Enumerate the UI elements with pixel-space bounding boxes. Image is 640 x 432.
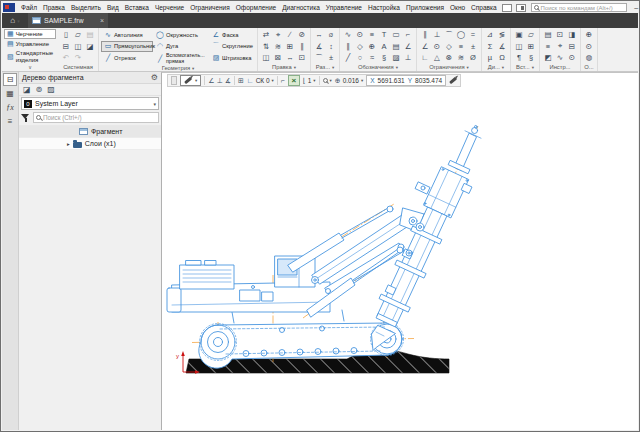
menu-item[interactable]: Вставка bbox=[122, 4, 152, 11]
toolbar-icon[interactable]: ⊙ bbox=[354, 29, 366, 41]
toolbar-icon[interactable]: ≈ bbox=[366, 52, 378, 64]
brush-icon[interactable]: ◪ bbox=[23, 85, 31, 94]
toolbar-icon[interactable]: ◯ bbox=[455, 29, 467, 41]
toolbar-icon[interactable]: ⊥ bbox=[402, 52, 414, 64]
toolbar-icon[interactable]: ▣ bbox=[513, 29, 525, 41]
toolbar-icon[interactable]: ◇ bbox=[443, 41, 455, 53]
fillet-button[interactable]: ⌒Скругление bbox=[209, 41, 255, 53]
toolbar-icon[interactable]: µ bbox=[484, 52, 496, 64]
toolbar-icon[interactable]: ∟ bbox=[419, 52, 431, 64]
toolbar-icon[interactable]: ⊗ bbox=[443, 52, 455, 64]
toolbar-icon[interactable]: ∥ bbox=[419, 29, 431, 41]
toolbar-icon[interactable]: ⊙ bbox=[583, 41, 595, 53]
toolbar-icon[interactable]: ↔ bbox=[313, 29, 325, 41]
segment-button[interactable]: ╱Отрезок bbox=[101, 52, 153, 64]
toolbar-icon[interactable]: ≡ bbox=[366, 29, 378, 41]
minimize-button[interactable]: – bbox=[630, 4, 640, 11]
toolbar-icon[interactable]: ▯ bbox=[60, 29, 72, 41]
toolbar-icon[interactable]: ⊿ bbox=[484, 29, 496, 41]
toolbar-icon[interactable]: ∥ bbox=[342, 41, 354, 53]
tab-upravlenie[interactable]: ▤Управление bbox=[4, 39, 56, 49]
menu-item[interactable]: Справка bbox=[468, 4, 500, 11]
menu-item[interactable]: Выделить bbox=[68, 4, 104, 11]
menu-item[interactable]: Настройка bbox=[365, 4, 403, 11]
eyedropper-icon[interactable] bbox=[449, 77, 457, 84]
filter-icon[interactable] bbox=[21, 113, 30, 122]
toolbar-icon[interactable]: ↷ bbox=[72, 52, 84, 64]
toolbar-icon[interactable]: ≶ bbox=[496, 29, 508, 41]
toolbar-icon[interactable]: ⊞ bbox=[525, 41, 537, 53]
toolbar-icon[interactable]: ⊡ bbox=[554, 29, 566, 41]
rectangle-button[interactable]: ▭Прямоугольник bbox=[101, 41, 153, 53]
toolbar-icon[interactable]: Ø bbox=[467, 52, 479, 64]
toolbar-icon[interactable]: ⇄ bbox=[260, 29, 272, 41]
style-pencil-button[interactable]: ▾ bbox=[180, 75, 201, 86]
circle-button[interactable]: ◯Окружность bbox=[153, 29, 209, 41]
toolbar-icon[interactable]: ⊞ bbox=[284, 41, 296, 53]
snap-icon[interactable]: ⊥ bbox=[217, 77, 223, 85]
corner-icon[interactable]: ⌐ bbox=[281, 77, 285, 84]
toolbar-icon[interactable]: ◇ bbox=[354, 41, 366, 53]
toolbar-icon[interactable]: ◪ bbox=[84, 41, 96, 53]
menu-item[interactable]: Окно bbox=[447, 4, 468, 11]
tab-close-icon[interactable]: × bbox=[100, 17, 104, 24]
chevron-down-icon[interactable]: ▾ bbox=[396, 65, 398, 70]
toolbar-icon[interactable]: ⌐ bbox=[402, 29, 414, 41]
toolbar-icon[interactable]: △ bbox=[431, 52, 443, 64]
toolbar-icon[interactable]: ▭ bbox=[390, 29, 402, 41]
zoom-scale-select[interactable]: ⊕ 0.016 ▾ bbox=[335, 77, 363, 85]
chevron-down-icon[interactable]: ▾ bbox=[294, 65, 296, 70]
toolbar-icon[interactable]: ∕ bbox=[284, 29, 296, 41]
toolbar-icon[interactable]: ⊙ bbox=[431, 41, 443, 53]
cursor-coordinates-field[interactable]: X 5691.631 Y 8035.474 bbox=[366, 75, 446, 86]
chevron-down-icon[interactable]: ▾ bbox=[467, 65, 469, 70]
drawing-canvas[interactable]: y bbox=[162, 81, 640, 432]
toolbar-icon[interactable]: ◫ bbox=[513, 41, 525, 53]
toolbar-icon[interactable]: ∿ bbox=[554, 52, 566, 64]
app-logo-icon[interactable] bbox=[3, 3, 15, 12]
toolbar-icon[interactable]: ◫ bbox=[260, 52, 272, 64]
toolbar-icon[interactable]: ⊥ bbox=[431, 29, 443, 41]
toolbar-icon[interactable]: ○ bbox=[354, 52, 366, 64]
drawing-area[interactable]: ▾ ∠⊥∡ ⊞ ∟ СК 0 ▾ ⌐ × ⌊ 1 ▾ ▾ bbox=[161, 72, 638, 430]
toolbar-icon[interactable]: ⌒ bbox=[443, 29, 455, 41]
chevron-down-icon[interactable]: ▾ bbox=[192, 66, 194, 71]
menu-item[interactable]: Правка bbox=[40, 4, 68, 11]
toolbar-grip[interactable] bbox=[171, 76, 177, 85]
expander-icon[interactable]: ▸ bbox=[67, 141, 70, 147]
toolbar-icon[interactable]: ◫ bbox=[72, 41, 84, 53]
menu-item[interactable]: Ограничения bbox=[187, 4, 233, 11]
toolbar-icon[interactable]: ⌒ bbox=[313, 52, 325, 64]
toolbar-icon[interactable]: ∥ bbox=[296, 41, 308, 53]
toolbar-icon[interactable]: ± bbox=[467, 41, 479, 53]
toolbar-icon[interactable]: ▱ bbox=[525, 29, 537, 41]
toolbar-icon[interactable]: ▤ bbox=[542, 29, 554, 41]
image-icon[interactable]: ▨ bbox=[47, 85, 55, 94]
menu-item[interactable]: Оформление bbox=[233, 4, 279, 11]
current-layer-select[interactable]: 0 System Layer ▾ bbox=[21, 97, 159, 110]
toolbar-icon[interactable]: Ω bbox=[496, 52, 508, 64]
interface-layout-icon[interactable] bbox=[516, 4, 526, 12]
snap-icon[interactable]: ∡ bbox=[225, 77, 231, 85]
rounding-toggle[interactable]: × bbox=[288, 75, 300, 86]
toolbar-icon[interactable]: ⊟ bbox=[566, 41, 578, 53]
toolbar-icon[interactable]: ⊠ bbox=[272, 52, 284, 64]
menu-item[interactable]: Диагностика bbox=[279, 4, 323, 11]
command-search-input[interactable]: Поиск по командам (Alt+/) bbox=[531, 3, 627, 12]
toolbar-icon[interactable]: ⊘ bbox=[296, 29, 308, 41]
toolbar-icon[interactable]: ◩ bbox=[542, 52, 554, 64]
toolbar-icon[interactable]: ◍ bbox=[583, 52, 595, 64]
toolbar-icon[interactable]: ▨ bbox=[390, 52, 402, 64]
toolbar-icon[interactable]: ¶ bbox=[513, 52, 525, 64]
toolbar-icon[interactable]: ⇅ bbox=[260, 41, 272, 53]
tab-cherchenie[interactable]: ▦Черчение bbox=[4, 29, 56, 39]
chamfer-button[interactable]: ∠Фаска bbox=[209, 29, 255, 41]
toolbar-icon[interactable]: ▱ bbox=[72, 29, 84, 41]
layers-icon[interactable]: ⊚ bbox=[36, 85, 43, 94]
tree-panel-icon[interactable]: ⊟ bbox=[3, 73, 17, 86]
toolbar-icon[interactable]: ╱ bbox=[342, 52, 354, 64]
toolbar-icon[interactable]: ≡ bbox=[455, 41, 467, 53]
toolbar-icon[interactable]: A bbox=[378, 41, 390, 53]
gear-icon[interactable]: ⚙ bbox=[151, 73, 158, 82]
grid-icon[interactable]: ⊞ bbox=[238, 77, 244, 85]
